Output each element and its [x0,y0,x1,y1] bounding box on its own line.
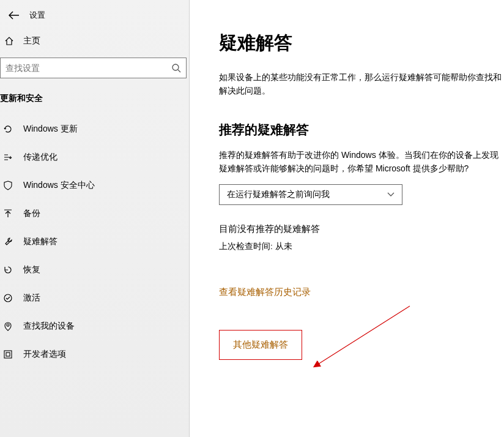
sidebar-item-label: 备份 [23,208,40,219]
sidebar-item-activation[interactable]: 激活 [0,284,189,312]
search-icon [171,63,181,73]
developer-icon [2,349,13,359]
sidebar-item-recovery[interactable]: 恢复 [0,256,189,284]
home-icon [4,36,15,46]
sidebar-item-label: 激活 [23,293,40,304]
home-row[interactable]: 主页 [0,29,189,58]
find-device-icon [2,321,13,331]
sidebar-item-developer[interactable]: 开发者选项 [0,340,189,368]
sidebar-item-label: Windows 安全中心 [23,180,95,191]
svg-point-3 [7,324,9,326]
home-label: 主页 [23,35,40,47]
nav-list: Windows 更新 传递优化 Windows 安全中心 备份 [0,115,189,368]
chevron-down-icon [387,192,395,197]
sidebar-item-delivery[interactable]: 传递优化 [0,143,189,171]
svg-point-0 [172,64,179,70]
header-bar: 设置 [0,6,189,29]
help-level-dropdown[interactable]: 在运行疑难解答之前询问我 [219,184,402,205]
search-field[interactable] [6,63,171,73]
dropdown-value: 在运行疑难解答之前询问我 [227,189,330,200]
recommended-desc: 推荐的疑难解答有助于改进你的 Windows 体验。当我们在你的设备上发现疑难解… [219,148,504,176]
troubleshoot-icon [2,237,13,247]
backup-icon [2,209,13,219]
sidebar-item-label: 开发者选项 [23,349,66,360]
delivery-icon [2,152,13,162]
refresh-icon [2,124,13,134]
other-troubleshoot-link[interactable]: 其他疑难解答 [219,330,302,360]
sidebar-item-security[interactable]: Windows 安全中心 [0,171,189,200]
section-header: 更新和安全 [0,89,189,115]
sidebar-item-label: 疑难解答 [23,236,57,247]
sidebar-item-find-device[interactable]: 查找我的设备 [0,312,189,340]
main-content: 疑难解答 如果设备上的某些功能没有正常工作，那么运行疑难解答可能帮助你查找和解决… [190,0,504,437]
no-recommended: 目前没有推荐的疑难解答 [219,223,504,235]
sidebar-item-label: 传递优化 [23,152,57,163]
sidebar: 设置 主页 更新和安全 Windows 更新 [0,0,190,437]
page-title: 疑难解答 [219,31,504,56]
sidebar-item-troubleshoot[interactable]: 疑难解答 [0,228,189,256]
sidebar-item-label: Windows 更新 [23,124,78,135]
svg-point-2 [4,294,12,302]
sidebar-item-windows-update[interactable]: Windows 更新 [0,115,189,143]
svg-line-1 [178,70,180,72]
activation-icon [2,293,13,303]
search-input[interactable] [0,58,187,78]
sidebar-item-label: 查找我的设备 [23,321,75,332]
svg-rect-4 [4,351,12,358]
recovery-icon [2,265,13,275]
history-link[interactable]: 查看疑难解答历史记录 [219,286,311,298]
back-icon[interactable] [6,10,22,21]
sidebar-item-backup[interactable]: 备份 [0,200,189,228]
recommended-title: 推荐的疑难解答 [219,121,504,138]
settings-title: 设置 [29,10,45,21]
shield-icon [2,181,13,190]
intro-text: 如果设备上的某些功能没有正常工作，那么运行疑难解答可能帮助你查找和解决此问题。 [219,70,504,98]
sidebar-item-label: 恢复 [23,264,40,275]
last-check: 上次检查时间: 从未 [219,241,504,252]
svg-rect-5 [6,353,10,356]
